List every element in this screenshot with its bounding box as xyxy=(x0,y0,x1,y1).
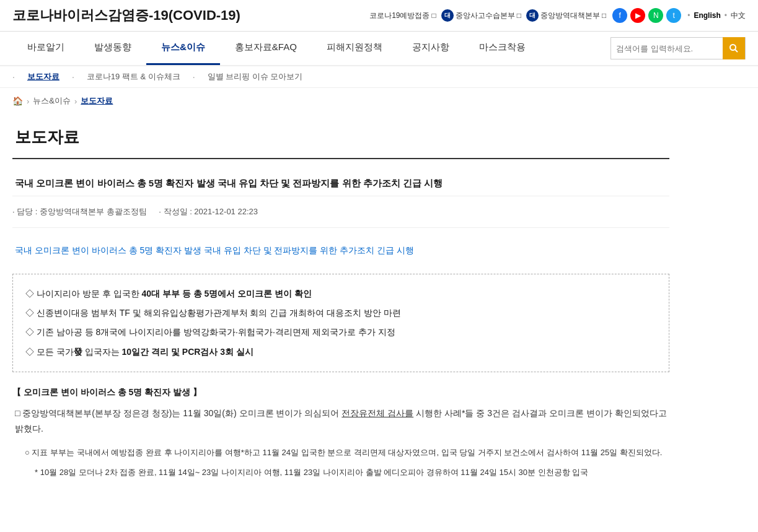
top-links: 코로나19예방접종 □ 대 중앙사고수습본부 □ 대 중앙방역대책본부 □ xyxy=(369,9,606,22)
page-title: 보도자료 xyxy=(12,126,669,148)
summary-bold-4b: 10일간 격리 및 PCR검사 3회 실시 xyxy=(122,347,253,357)
nav-hongbo[interactable]: 홍보자료&FAQ xyxy=(220,32,312,65)
nav-balsaeng[interactable]: 발생동향 xyxy=(79,32,146,65)
search-input[interactable] xyxy=(611,44,723,53)
lang-english[interactable]: English xyxy=(694,11,720,20)
summary-box: ◇ 나이지리아 방문 후 입국한 40대 부부 등 총 5명에서 오미크론 변이… xyxy=(12,274,669,372)
lang-chinese[interactable]: 中文 xyxy=(731,11,746,21)
kcdc1-label: 중앙사고수습본부 xyxy=(456,11,515,21)
nav-news[interactable]: 뉴스&이슈 xyxy=(146,32,220,65)
social-icons: f ▶ N t xyxy=(612,8,681,23)
site-title: 코로나바이러스감염증-19(COVID-19) xyxy=(12,6,240,25)
summary-item-1: ◇ 나이지리아 방문 후 입국한 40대 부부 등 총 5명에서 오미크론 변이… xyxy=(25,284,656,303)
underline-text-1: 전장유전체 검사를 xyxy=(342,408,413,418)
article-link[interactable]: 국내 오미크론 변이 바이러스 총 5명 확진자 발생 국내 유입 차단 및 전… xyxy=(12,240,669,261)
top-link-kcdc1[interactable]: 대 중앙사고수습본부 □ xyxy=(441,9,521,22)
sub-nav-separator-dot3: · xyxy=(193,72,195,82)
search-button[interactable] xyxy=(723,37,745,59)
summary-bold-1: 40대 부부 등 총 5명에서 오미크론 변이 확인 xyxy=(141,289,312,299)
naver-icon[interactable]: N xyxy=(648,8,663,23)
page-content: 보도자료 국내 오미크론 변이 바이러스 총 5명 확진자 발생 국내 유입 차… xyxy=(0,114,682,508)
kcdc2-checkbox-icon: □ xyxy=(602,11,606,20)
top-link-vaccination[interactable]: 코로나19예방접종 □ xyxy=(369,11,436,21)
top-right: 코로나19예방접종 □ 대 중앙사고수습본부 □ 대 중앙방역대책본부 □ f … xyxy=(369,8,746,23)
sub-nav-separator-dot2: · xyxy=(72,72,74,82)
summary-bold-4a: 發 xyxy=(74,347,82,357)
nav-mask[interactable]: 마스크착용 xyxy=(464,32,540,65)
gov-icon-1: 대 xyxy=(441,9,454,22)
article-title: 국내 오미크론 변이 바이러스 총 5명 확진자 발생 국내 유입 차단 및 전… xyxy=(12,172,669,196)
section-header: 【 오미크론 변이 바이러스 총 5명 확진자 발생 】 xyxy=(12,387,669,398)
youtube-icon[interactable]: ▶ xyxy=(630,8,645,23)
body-paragraph-1: □ 중앙방역대책본부(본부장 정은경 청장)는 11월 30일(화) 오미크론 … xyxy=(12,406,669,437)
breadcrumb-current: 보도자료 xyxy=(81,95,113,107)
svg-point-0 xyxy=(730,45,736,50)
facebook-icon[interactable]: f xyxy=(612,8,627,23)
article-date: · 작성일 : 2021-12-01 22:23 xyxy=(159,207,258,216)
kcdc2-label: 중앙방역대책본부 xyxy=(540,11,600,21)
nav-gongji[interactable]: 공지사항 xyxy=(397,32,464,65)
sub-nav-press[interactable]: 보도자료 xyxy=(27,71,59,82)
nav-items: 바로알기 발생동향 뉴스&이슈 홍보자료&FAQ 피해지원정책 공지사항 마스크… xyxy=(12,32,610,65)
sub-nav: · 보도자료 · 코로나19 팩트 & 이슈체크 · 일별 브리핑 이슈 모아보… xyxy=(0,66,758,88)
vaccination-checkbox-icon: □ xyxy=(432,11,436,20)
sub-nav-briefing[interactable]: 일별 브리핑 이슈 모아보기 xyxy=(208,71,303,82)
breadcrumb-sep-1: › xyxy=(27,97,29,106)
summary-item-2: ◇ 신종변이대응 범부처 TF 및 해외유입상황평가관계부처 회의 긴급 개최하… xyxy=(25,303,656,323)
summary-item-4: ◇ 모든 국가發 입국자는 10일간 격리 및 PCR검사 3회 실시 xyxy=(25,342,656,362)
nav-pihae[interactable]: 피해지원정책 xyxy=(312,32,397,65)
sub-nav-factcheck[interactable]: 코로나19 팩트 & 이슈체크 xyxy=(87,71,180,82)
breadcrumb-parent[interactable]: 뉴스&이슈 xyxy=(33,95,71,107)
top-link-kcdc2[interactable]: 대 중앙방역대책본부 □ xyxy=(526,9,606,22)
summary-item-3: ◇ 기존 남아공 등 8개국에 나이지리아를 방역강화국가·위험국가·격리면제 … xyxy=(25,323,656,342)
top-header: 코로나바이러스감염증-19(COVID-19) 코로나19예방접종 □ 대 중앙… xyxy=(0,0,758,32)
svg-line-1 xyxy=(735,50,738,52)
lang-dot-1: • xyxy=(687,11,690,20)
sub-paragraph-1: ○ 지표 부부는 국내에서 예방접종 완료 후 나이지리아를 여행*하고 11월… xyxy=(12,445,669,460)
sub-nav-separator-dot: · xyxy=(12,72,15,82)
nav-baroalgi[interactable]: 바로알기 xyxy=(12,32,79,65)
sub-paragraph-2: * 10월 28일 모더나 2차 접종 완료, 11월 14일~ 23일 나이지… xyxy=(12,465,669,479)
kcdc1-checkbox-icon: □ xyxy=(517,11,521,20)
breadcrumb-sep-2: › xyxy=(74,97,77,106)
search-area xyxy=(610,37,746,59)
lang-links: • English • 中文 xyxy=(687,11,746,21)
lang-dot-2: • xyxy=(725,11,727,20)
home-icon[interactable]: 🏠 xyxy=(12,96,23,106)
gov-icon-2: 대 xyxy=(526,9,539,22)
vaccination-label: 코로나19예방접종 xyxy=(369,11,430,21)
search-icon xyxy=(729,43,739,53)
underline-text-2: 나이지리아를 여행*하고 xyxy=(174,448,260,457)
twitter-icon[interactable]: t xyxy=(666,8,681,23)
article-meta: · 담당 : 중앙방역대책본부 총괄조정팀 · 작성일 : 2021-12-01… xyxy=(12,206,669,228)
article-contact: · 담당 : 중앙방역대책본부 총괄조정팀 xyxy=(12,207,147,216)
title-divider xyxy=(12,158,669,159)
breadcrumb: 🏠 › 뉴스&이슈 › 보도자료 xyxy=(0,88,758,114)
main-nav: 바로알기 발생동향 뉴스&이슈 홍보자료&FAQ 피해지원정책 공지사항 마스크… xyxy=(0,32,758,66)
